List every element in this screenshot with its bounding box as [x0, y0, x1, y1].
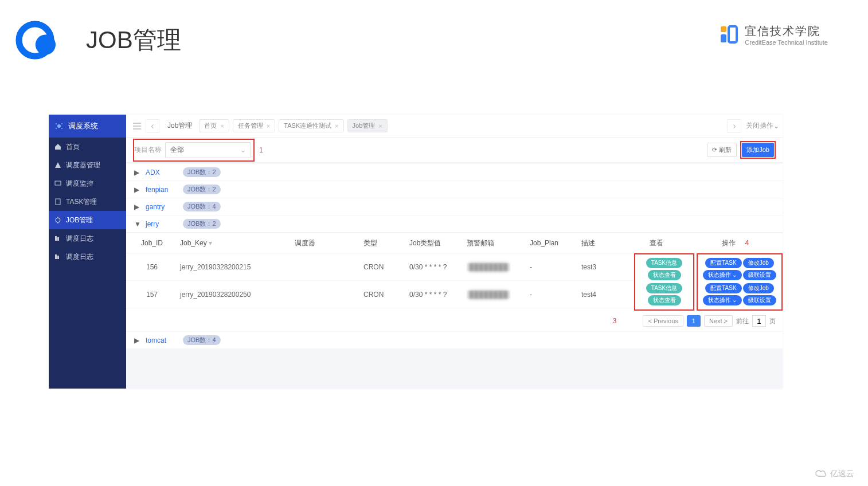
close-icon[interactable]: × — [267, 123, 270, 130]
page-unit: 页 — [769, 317, 776, 326]
sidebar-item-log-1[interactable]: 调度日志 — [49, 229, 126, 248]
goto-label: 前往 — [736, 317, 749, 326]
expand-icon[interactable]: ▶ — [134, 203, 140, 211]
col-view: 查看 — [619, 238, 694, 248]
close-icon[interactable]: × — [220, 123, 224, 130]
svg-point-1 — [36, 34, 56, 54]
brand-logo: 宜信技术学院 CreditEase Technical Institute — [717, 23, 828, 46]
table-row: 156 jerry_20190328200215 CRON 0/30 * * *… — [126, 253, 634, 281]
cascade-button[interactable]: 级联设置 — [743, 295, 776, 305]
group-row-tomcat[interactable]: ▶ tomcat JOB数：4 — [126, 332, 783, 349]
status-op-dropdown[interactable]: 状态操作 — [703, 270, 742, 280]
col-desc: 描述 — [579, 238, 619, 248]
project-select[interactable]: 全部 ⌄ — [165, 142, 251, 158]
svg-point-5 — [57, 124, 61, 128]
chevron-down-icon: ⌄ — [773, 122, 779, 130]
job-count-badge: JOB数：2 — [183, 167, 221, 177]
svg-point-8 — [56, 128, 57, 129]
sidebar-item-job-mgmt[interactable]: JOB管理 — [49, 211, 126, 229]
status-op-dropdown[interactable]: 状态操作 — [703, 295, 742, 305]
sidebar-item-home[interactable]: 首页 — [49, 138, 126, 156]
annotation-4: 4 — [745, 239, 749, 247]
breadcrumb: Job管理 — [167, 121, 192, 131]
annotation-1: 1 — [259, 146, 263, 154]
col-job-id: Job_ID — [126, 239, 178, 247]
config-task-button[interactable]: 配置TASK — [705, 258, 741, 268]
next-page-button[interactable]: Next > — [704, 315, 733, 327]
svg-rect-16 — [57, 256, 59, 259]
close-icon[interactable]: × — [335, 123, 338, 130]
brand-name-en: CreditEase Technical Institute — [745, 39, 828, 46]
tab-home[interactable]: 首页× — [199, 119, 229, 132]
config-task-button[interactable]: 配置TASK — [705, 283, 741, 293]
svg-point-6 — [56, 123, 57, 124]
nav-next-icon[interactable]: › — [728, 119, 741, 133]
col-scheduler: 调度器 — [292, 238, 361, 248]
refresh-button[interactable]: ⟳ 刷新 — [707, 143, 737, 157]
collapse-icon[interactable] — [130, 119, 144, 134]
refresh-icon: ⟳ — [712, 146, 717, 154]
job-count-badge: JOB数：2 — [183, 219, 221, 229]
sidebar-title: 调度系统 — [68, 121, 98, 131]
filter-project-label: 项目名称 — [134, 145, 162, 155]
status-view-button[interactable]: 状态查看 — [648, 270, 681, 280]
job-count-badge: JOB数：4 — [183, 335, 221, 345]
nav-prev-icon[interactable]: ‹ — [146, 119, 159, 133]
svg-rect-2 — [721, 26, 726, 32]
filter-icon[interactable]: ▾ — [209, 239, 212, 247]
status-view-button[interactable]: 状态查看 — [648, 295, 681, 305]
svg-rect-3 — [721, 34, 726, 42]
watermark: 亿速云 — [815, 469, 854, 479]
svg-rect-4 — [729, 26, 737, 42]
tab-job-mgmt[interactable]: Job管理× — [347, 119, 388, 132]
tab-task-mgmt[interactable]: 任务管理× — [233, 119, 275, 132]
svg-rect-10 — [55, 181, 61, 185]
filter-bar: 项目名称 全部 ⌄ 1 ⟳ 刷新 添加Job — [126, 138, 783, 163]
brand-name-cn: 宜信技术学院 — [745, 23, 828, 39]
svg-point-12 — [56, 218, 60, 222]
svg-point-7 — [61, 123, 62, 124]
chevron-down-icon: ⌄ — [240, 146, 246, 154]
edit-job-button[interactable]: 修改Job — [743, 283, 774, 293]
col-job-key: Job_Key ▾ — [178, 239, 292, 247]
sidebar-item-task-mgmt[interactable]: TASK管理 — [49, 193, 126, 211]
goto-page-input[interactable] — [752, 315, 766, 327]
add-job-button[interactable]: 添加Job — [742, 143, 774, 157]
edit-job-button[interactable]: 修改Job — [743, 258, 774, 268]
svg-rect-11 — [56, 199, 60, 205]
expand-icon[interactable]: ▶ — [134, 168, 140, 177]
col-op: 操作 4 — [694, 238, 777, 248]
task-info-button[interactable]: TASK信息 — [646, 258, 682, 268]
slide-title: JOB管理 — [86, 24, 181, 56]
sidebar-header: 调度系统 — [49, 115, 126, 138]
annotation-3: 3 — [613, 317, 617, 325]
col-job-plan: Job_Plan — [527, 239, 579, 247]
svg-rect-15 — [55, 254, 57, 259]
svg-rect-13 — [55, 236, 57, 241]
slide-logo-icon — [11, 17, 63, 63]
prev-page-button[interactable]: < Previous — [643, 315, 683, 327]
sidebar-item-log-2[interactable]: 调度日志 — [49, 248, 126, 266]
close-operations-dropdown[interactable]: 关闭操作 ⌄ — [746, 121, 779, 131]
svg-rect-14 — [57, 237, 59, 241]
expand-icon[interactable]: ▶ — [134, 336, 140, 344]
sidebar-item-monitor[interactable]: 调度监控 — [49, 174, 126, 193]
group-row-gantry[interactable]: ▶ gantry JOB数：4 — [126, 198, 783, 215]
col-type: 类型 — [361, 238, 407, 248]
close-icon[interactable]: × — [378, 123, 382, 130]
col-alert-email: 预警邮箱 — [464, 238, 527, 248]
collapse-icon[interactable]: ▼ — [134, 220, 140, 228]
svg-point-9 — [61, 128, 62, 129]
col-job-type-value: Job类型值 — [407, 238, 464, 248]
group-row-jerry[interactable]: ▼ jerry JOB数：2 — [126, 215, 783, 233]
task-info-button[interactable]: TASK信息 — [646, 283, 682, 293]
sidebar-item-scheduler-mgmt[interactable]: 调度器管理 — [49, 156, 126, 174]
table-header: Job_ID Job_Key ▾ 调度器 类型 Job类型值 预警邮箱 Job_… — [126, 233, 783, 253]
expand-icon[interactable]: ▶ — [134, 186, 140, 194]
group-row-adx[interactable]: ▶ ADX JOB数：2 — [126, 164, 783, 181]
group-row-fenpian[interactable]: ▶ fenpian JOB数：2 — [126, 181, 783, 198]
cascade-button[interactable]: 级联设置 — [743, 270, 776, 280]
tab-task-conn-test[interactable]: TASK连通性测试× — [279, 119, 343, 132]
job-count-badge: JOB数：4 — [183, 202, 221, 211]
page-1-button[interactable]: 1 — [687, 315, 701, 327]
